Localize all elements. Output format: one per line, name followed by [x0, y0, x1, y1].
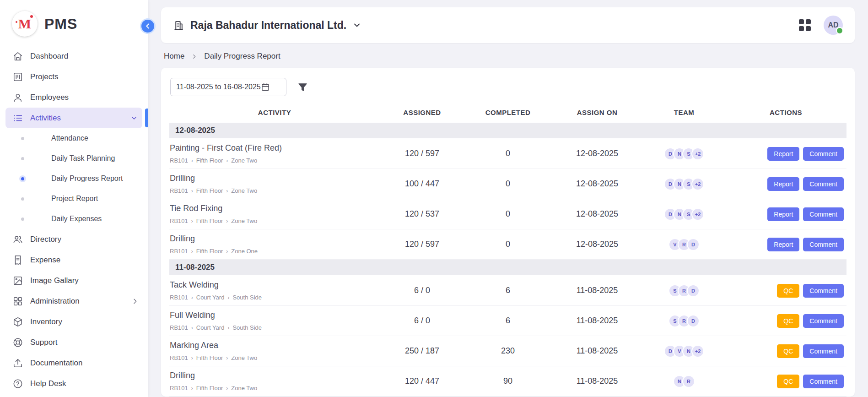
breadcrumb-home-link[interactable]: Home	[164, 52, 184, 61]
comment-button[interactable]: Comment	[803, 238, 844, 251]
comment-button[interactable]: Comment	[803, 147, 844, 161]
user-avatar[interactable]: AD	[824, 16, 843, 35]
sidebar-subitem-daily-expenses[interactable]: Daily Expenses	[0, 209, 148, 229]
path-segment: Fifth Floor	[196, 248, 223, 255]
sidebar-item-label: Employees	[30, 93, 69, 102]
report-button[interactable]: Report	[767, 207, 799, 221]
sidebar-item-image-gallary[interactable]: Image Gallary	[0, 270, 148, 291]
chevron-right-icon: ›	[191, 218, 193, 224]
avatar-initials: AD	[828, 21, 838, 29]
apps-grid-icon[interactable]	[799, 19, 811, 31]
package-icon	[13, 317, 23, 327]
qc-button[interactable]: QC	[777, 284, 799, 298]
path-segment: Zone Two	[231, 385, 257, 392]
assign-on-value: 11-08-2025	[551, 286, 643, 295]
sidebar-item-administration[interactable]: Administration	[0, 291, 148, 311]
assign-on-value: 11-08-2025	[551, 346, 643, 356]
sidebar-item-label: Dashboard	[30, 52, 68, 61]
image-icon	[13, 276, 23, 286]
qc-button[interactable]: QC	[777, 314, 799, 328]
chevron-right-icon: ›	[191, 325, 193, 331]
assigned-value: 120 / 597	[380, 239, 464, 249]
sidebar-item-employees[interactable]: Employees	[0, 87, 148, 108]
column-header-team: TEAM	[643, 109, 725, 116]
path-segment: South Side	[232, 324, 262, 331]
progress-table: ACTIVITY ASSIGNED COMPLETED ASSIGN ON TE…	[169, 102, 846, 397]
date-range-value: 11-08-2025 to 16-08-2025	[176, 83, 261, 91]
activity-title: Drilling	[170, 174, 376, 183]
sidebar-item-documentation[interactable]: Documentation	[0, 353, 148, 373]
row-actions: QCComment	[725, 314, 846, 328]
path-segment: Fifth Floor	[196, 385, 223, 392]
app-name: PMS	[44, 16, 77, 33]
column-header-assign-on: ASSIGN ON	[551, 109, 643, 116]
sidebar-item-activities[interactable]: Activities	[5, 108, 142, 128]
sidebar-collapse-button[interactable]	[140, 18, 156, 34]
assigned-value: 120 / 447	[380, 376, 464, 386]
sidebar-subitem-attendance[interactable]: Attendance	[0, 128, 148, 148]
path-segment: Zone One	[231, 248, 258, 255]
sidebar-subitem-daily-task-planning[interactable]: Daily Task Planning	[0, 148, 148, 169]
report-button[interactable]: Report	[767, 147, 799, 161]
sidebar-item-dashboard[interactable]: Dashboard	[0, 46, 148, 66]
logo-icon: M	[12, 11, 38, 37]
sidebar-item-directory[interactable]: Directory	[0, 229, 148, 250]
sidebar-item-expense[interactable]: Expense	[0, 250, 148, 270]
comment-button[interactable]: Comment	[803, 284, 844, 298]
report-button[interactable]: Report	[767, 177, 799, 191]
topbar: Raja Bahadur International Ltd. AD	[161, 7, 855, 43]
sidebar-item-label: Projects	[30, 72, 58, 82]
table-row: DrillingRB101›Fifth Floor›Zone Two120 / …	[169, 366, 846, 397]
assigned-value: 6 / 0	[380, 286, 464, 295]
sidebar-item-projects[interactable]: Projects	[0, 66, 148, 87]
activity-cell: Full WeldingRB101›Court Yard›South Side	[169, 308, 380, 334]
row-actions: ReportComment	[725, 177, 846, 191]
filter-button[interactable]	[297, 82, 308, 92]
sidebar-subitem-label: Daily Progress Report	[51, 174, 123, 183]
activity-title: Tie Rod Fixing	[170, 204, 376, 213]
logo-letter: M	[18, 16, 31, 32]
table-row: Full WeldingRB101›Court Yard›South Side6…	[169, 306, 846, 336]
sidebar-subitem-daily-progress-report[interactable]: Daily Progress Report	[0, 169, 148, 189]
group-date-row: 12-08-2025	[169, 123, 846, 138]
comment-button[interactable]: Comment	[803, 375, 844, 388]
report-button[interactable]: Report	[767, 238, 799, 251]
assigned-value: 6 / 0	[380, 316, 464, 326]
comment-button[interactable]: Comment	[803, 344, 844, 358]
column-header-completed: COMPLETED	[464, 109, 551, 116]
sidebar-item-support[interactable]: Support	[0, 332, 148, 353]
qc-button[interactable]: QC	[777, 375, 799, 388]
assign-on-value: 12-08-2025	[551, 179, 643, 189]
row-actions: QCComment	[725, 375, 846, 388]
column-header-assigned: ASSIGNED	[380, 109, 464, 116]
calendar-icon	[261, 82, 280, 92]
assign-on-value: 12-08-2025	[551, 149, 643, 158]
row-actions: ReportComment	[725, 147, 846, 161]
date-range-input[interactable]: 11-08-2025 to 16-08-2025	[170, 78, 286, 96]
assigned-value: 250 / 187	[380, 346, 464, 356]
list-icon	[13, 113, 23, 123]
path-segment: RB101	[170, 157, 188, 164]
company-selector[interactable]: Raja Bahadur International Ltd.	[173, 19, 361, 32]
chevron-right-icon: ›	[227, 325, 229, 331]
sidebar-subitem-project-report[interactable]: Project Report	[0, 189, 148, 209]
activity-title: Drilling	[170, 371, 376, 381]
activity-title: Full Welding	[170, 310, 376, 320]
comment-button[interactable]: Comment	[803, 207, 844, 221]
qc-button[interactable]: QC	[777, 344, 799, 358]
sidebar-item-inventory[interactable]: Inventory	[0, 311, 148, 332]
grid-icon	[13, 296, 23, 306]
comment-button[interactable]: Comment	[803, 177, 844, 191]
sidebar-item-help-desk[interactable]: Help Desk	[0, 373, 148, 394]
report-toolbar: 11-08-2025 to 16-08-2025	[169, 75, 846, 102]
column-header-actions: ACTIONS	[725, 109, 846, 116]
activity-path: RB101›Court Yard›South Side	[170, 294, 376, 301]
team-overflow-badge: +2	[691, 178, 704, 190]
completed-value: 0	[464, 149, 551, 158]
bullet-dot	[21, 157, 24, 160]
comment-button[interactable]: Comment	[803, 314, 844, 328]
funnel-icon	[297, 82, 308, 92]
sidebar-item-label: Help Desk	[30, 379, 66, 388]
chevron-left-icon	[144, 22, 151, 30]
path-segment: Fifth Floor	[196, 218, 223, 224]
